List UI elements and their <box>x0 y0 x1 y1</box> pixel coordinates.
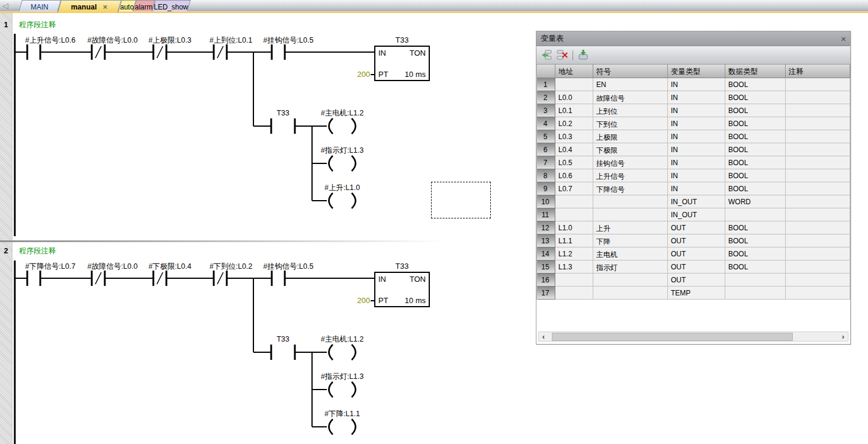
variable-table-titlebar[interactable]: 变量表 × <box>536 31 850 46</box>
row-number[interactable]: 16 <box>537 274 555 287</box>
contact-label[interactable]: #下到位:L0.2 <box>210 262 252 271</box>
cell-symbol[interactable]: 下极限 <box>593 143 668 156</box>
cell-symbol[interactable]: 挂钩信号 <box>593 156 668 169</box>
cell-comment[interactable] <box>786 104 850 117</box>
cell-symbol[interactable]: 下降信号 <box>593 182 668 195</box>
row-number[interactable]: 13 <box>537 234 555 247</box>
close-icon[interactable]: × <box>841 34 846 43</box>
coil[interactable] <box>352 345 356 360</box>
row-number[interactable]: 4 <box>537 117 555 130</box>
coil[interactable] <box>352 382 356 397</box>
cell-data-type[interactable]: BOOL <box>725 247 786 260</box>
cell-data-type[interactable]: BOOL <box>725 156 786 169</box>
row-number[interactable]: 3 <box>537 104 555 117</box>
cell-var-type[interactable]: OUT <box>668 260 725 274</box>
cell-var-type[interactable]: OUT <box>668 234 725 247</box>
cell-data-type[interactable]: BOOL <box>725 234 786 247</box>
cell-data-type[interactable]: BOOL <box>725 117 786 130</box>
cell-data-type[interactable]: WORD <box>725 195 786 208</box>
contact-label[interactable]: #下极限:L0.4 <box>149 262 191 271</box>
coil-label[interactable]: #上升:L1.0 <box>324 184 360 192</box>
paste-symbol-icon[interactable] <box>577 50 589 60</box>
cell-var-type[interactable]: IN <box>668 130 725 143</box>
row-number[interactable]: 17 <box>537 287 555 300</box>
cell-comment[interactable] <box>786 247 850 260</box>
cell-address[interactable] <box>555 208 593 221</box>
coil-label[interactable]: #主电机:L1.2 <box>321 335 364 343</box>
cell-address[interactable]: L1.2 <box>555 247 593 260</box>
cell-comment[interactable] <box>786 182 850 195</box>
row-number[interactable]: 14 <box>537 247 555 260</box>
cell-address[interactable] <box>555 195 593 208</box>
cell-symbol[interactable]: 主电机 <box>593 247 668 260</box>
column-header[interactable]: 注释 <box>786 65 850 78</box>
row-number[interactable]: 2 <box>537 91 555 104</box>
cell-comment[interactable] <box>786 234 850 247</box>
cell-address[interactable]: L1.1 <box>555 234 593 247</box>
cell-var-type[interactable]: OUT <box>668 221 725 234</box>
network-comment[interactable]: 程序段注释 <box>19 247 56 255</box>
cell-address[interactable]: L0.3 <box>555 130 593 143</box>
cell-var-type[interactable]: IN <box>668 182 725 195</box>
cell-comment[interactable] <box>786 221 850 234</box>
row-number[interactable]: 12 <box>537 221 555 234</box>
coil[interactable] <box>352 156 356 171</box>
row-number[interactable]: 7 <box>537 156 555 169</box>
cell-data-type[interactable] <box>725 274 786 287</box>
cell-address[interactable]: L0.0 <box>555 91 593 104</box>
coil[interactable] <box>329 193 333 208</box>
cell-comment[interactable] <box>786 274 850 287</box>
cell-data-type[interactable]: BOOL <box>725 91 786 104</box>
row-number[interactable]: 6 <box>537 143 555 156</box>
contact-label[interactable]: #上到位:L0.1 <box>210 36 252 44</box>
contact-label[interactable]: T33 <box>277 335 290 343</box>
cell-var-type[interactable]: IN <box>668 156 725 169</box>
cell-symbol[interactable] <box>593 208 668 221</box>
cell-data-type[interactable]: BOOL <box>725 104 786 117</box>
cell-address[interactable]: L0.2 <box>555 117 593 130</box>
cell-var-type[interactable]: IN <box>668 91 725 104</box>
contact-label[interactable]: T33 <box>277 109 290 117</box>
corner-header[interactable] <box>537 65 555 78</box>
cell-var-type[interactable]: OUT <box>668 247 725 260</box>
cell-comment[interactable] <box>786 156 850 169</box>
cell-comment[interactable] <box>786 208 850 221</box>
coil[interactable] <box>329 345 333 360</box>
network-comment[interactable]: 程序段注释 <box>19 21 56 29</box>
timer-preset-value[interactable]: 200 <box>357 296 370 305</box>
coil[interactable] <box>329 156 333 171</box>
cell-var-type[interactable]: IN <box>668 117 725 130</box>
column-header[interactable]: 数据类型 <box>725 65 786 78</box>
cell-data-type[interactable]: BOOL <box>725 221 786 234</box>
coil-label[interactable]: #指示灯:L1.3 <box>321 146 364 155</box>
tab-scroll-left-icon[interactable]: ◁ <box>2 1 8 10</box>
cell-comment[interactable] <box>786 91 850 104</box>
cell-comment[interactable] <box>786 195 850 208</box>
scrollbar-thumb[interactable] <box>552 333 793 341</box>
cell-address[interactable]: L0.6 <box>555 169 593 182</box>
column-header[interactable]: 符号 <box>593 65 668 78</box>
cell-symbol[interactable] <box>593 274 668 287</box>
coil[interactable] <box>352 193 356 208</box>
cell-address[interactable]: L0.7 <box>555 182 593 195</box>
coil[interactable] <box>352 118 356 134</box>
cell-symbol[interactable] <box>593 195 668 208</box>
cell-var-type[interactable]: OUT <box>668 274 725 287</box>
coil-label[interactable]: #主电机:L1.2 <box>321 109 364 117</box>
coil[interactable] <box>329 419 333 435</box>
contact-label[interactable]: #故障信号:L0.0 <box>88 262 138 271</box>
cell-address[interactable]: L1.0 <box>555 221 593 234</box>
row-number[interactable]: 10 <box>537 195 555 208</box>
cell-symbol[interactable]: 上极限 <box>593 130 668 143</box>
cell-symbol[interactable]: 上升信号 <box>593 169 668 182</box>
cell-comment[interactable] <box>786 143 850 156</box>
cell-address[interactable]: L1.3 <box>555 260 593 274</box>
cell-data-type[interactable]: BOOL <box>725 260 786 274</box>
cell-comment[interactable] <box>786 169 850 182</box>
row-number[interactable]: 15 <box>537 260 555 274</box>
cell-comment[interactable] <box>786 287 850 300</box>
cell-address[interactable]: L0.5 <box>555 156 593 169</box>
cell-symbol[interactable]: EN <box>593 78 668 91</box>
contact-label[interactable]: #故障信号:L0.0 <box>88 36 138 44</box>
contact-label[interactable]: #挂钩信号:L0.5 <box>263 36 314 44</box>
